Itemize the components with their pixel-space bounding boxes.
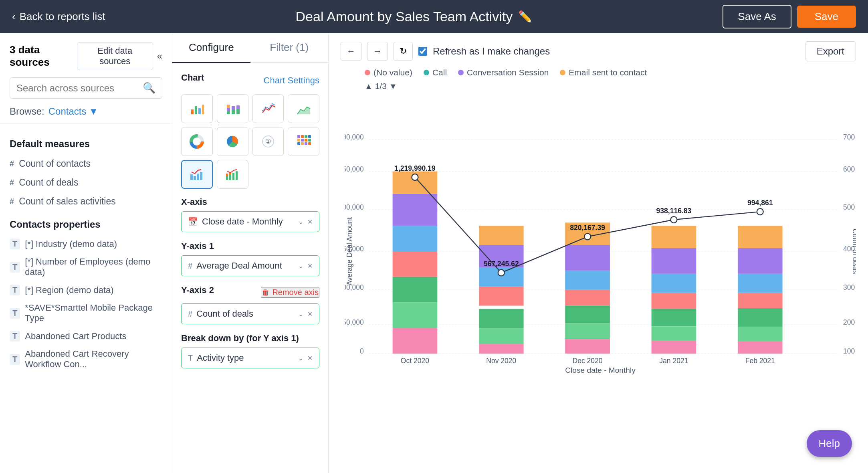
legend-dot-conversation (458, 70, 464, 75)
breakdown-clear-icon[interactable]: ✕ (307, 354, 313, 362)
yaxis1-actions: ⌄ ✕ (298, 262, 313, 270)
chart-type-number[interactable]: ① (252, 127, 284, 156)
legend-label-no-value: (No value) (373, 68, 412, 77)
refresh-button[interactable]: ↻ (394, 42, 413, 61)
chart-type-donut[interactable] (181, 127, 213, 156)
svg-rect-76 (479, 328, 524, 344)
yaxis2-section: Y-axis 2 🗑 Remove axis # Count of deals … (181, 285, 319, 324)
svg-text:500: 500 (843, 203, 855, 211)
svg-rect-83 (565, 323, 610, 339)
yaxis1-chevron-icon[interactable]: ⌄ (298, 262, 303, 270)
svg-rect-87 (652, 248, 696, 274)
default-measures-title: Default measures (10, 138, 162, 150)
svg-rect-7 (232, 109, 235, 114)
chart-type-combo[interactable] (181, 160, 213, 189)
xaxis-chevron-icon[interactable]: ⌄ (298, 218, 303, 226)
refresh-checkbox[interactable] (418, 47, 427, 56)
export-button[interactable]: Export (805, 41, 856, 61)
svg-rect-66 (393, 194, 438, 226)
yaxis2-chevron-icon[interactable]: ⌄ (298, 310, 303, 318)
prop-item-abandoned[interactable]: T Abandoned Cart Products (10, 327, 162, 345)
svg-rect-40 (236, 171, 238, 180)
browse-label: Browse: (10, 106, 44, 117)
chart-type-area[interactable] (288, 94, 319, 123)
svg-rect-8 (232, 106, 235, 109)
svg-text:Feb 2021: Feb 2021 (745, 357, 775, 365)
svg-rect-9 (236, 109, 240, 114)
chart-container: 1,500,000 1,250,000 1,000,000 750,000 50… (345, 95, 856, 408)
prop-item-employees[interactable]: T [*] Number of Employees (demo data) (10, 253, 162, 281)
breakdown-chevron-icon[interactable]: ⌄ (298, 354, 303, 362)
tab-filter[interactable]: Filter (1) (250, 33, 329, 63)
help-button[interactable]: Help (807, 430, 852, 457)
sidebar-top: 3 data sources Edit data sources « (10, 42, 162, 70)
svg-text:820,167.39: 820,167.39 (570, 224, 605, 232)
nav-next-button[interactable]: ▼ (389, 82, 397, 91)
breakdown-selector[interactable]: T Activity type ⌄ ✕ (181, 348, 319, 368)
remove-axis-label: Remove axis (272, 288, 319, 297)
legend-call: Call (424, 68, 447, 77)
svg-rect-35 (226, 176, 228, 180)
search-input[interactable] (16, 83, 143, 94)
yaxis2-clear-icon[interactable]: ✕ (307, 310, 313, 318)
svg-rect-10 (236, 105, 240, 109)
chart-type-combo2[interactable] (217, 160, 248, 189)
svg-rect-23 (297, 139, 300, 141)
yaxis2-selector[interactable]: # Count of deals ⌄ ✕ (181, 303, 319, 324)
xaxis-selector[interactable]: 📅 Close date - Monthly ⌄ ✕ (181, 211, 319, 232)
chart-type-stacked-bar[interactable] (217, 94, 248, 123)
svg-rect-19 (297, 135, 300, 138)
prop-item-industry[interactable]: T [*] Industry (demo data) (10, 235, 162, 253)
yaxis2-value: Count of deals (196, 309, 294, 319)
svg-rect-93 (738, 274, 783, 293)
legend-dot-email (560, 70, 565, 75)
edit-data-sources-button[interactable]: Edit data sources (77, 42, 153, 70)
svg-text:200: 200 (843, 318, 855, 326)
main-layout: 3 data sources Edit data sources « 🔍 Bro… (0, 33, 868, 473)
svg-text:300: 300 (843, 283, 855, 291)
chart-toolbar: ← → ↻ Refresh as I make changes Export (341, 41, 856, 61)
breakdown-section: Break down by (for Y axis 1) T Activity … (181, 333, 319, 368)
yaxis1-clear-icon[interactable]: ✕ (307, 262, 313, 270)
save-as-button[interactable]: Save As (723, 5, 791, 28)
nav-prev-button[interactable]: ▲ (365, 82, 373, 91)
back-link[interactable]: ‹ Back to reports list (12, 10, 105, 23)
remove-axis-button[interactable]: 🗑 Remove axis (261, 287, 319, 298)
chart-type-line[interactable] (252, 94, 284, 123)
yaxis1-value: Average Deal Amount (196, 261, 294, 271)
collapse-sidebar-button[interactable]: « (157, 51, 162, 62)
svg-rect-26 (308, 139, 311, 141)
svg-text:Oct 2020: Oct 2020 (401, 357, 429, 365)
prop-item-smarttel[interactable]: T *SAVE*Smarttel Mobile Package Type (10, 299, 162, 327)
chart-type-pie[interactable] (217, 127, 248, 156)
prop-item-region[interactable]: T [*] Region (demo data) (10, 281, 162, 299)
header-actions: Save As Save (723, 5, 856, 28)
svg-rect-39 (232, 173, 234, 180)
configure-panel: Configure Filter (1) Chart Chart Setting… (172, 33, 329, 473)
tab-configure[interactable]: Configure (172, 33, 250, 63)
redo-button[interactable]: → (367, 42, 388, 61)
prop-label-smarttel: *SAVE*Smarttel Mobile Package Type (25, 303, 162, 323)
prop-item-abandoned-workflow[interactable]: T Abandoned Cart Recovery Workflow Con..… (10, 345, 162, 373)
xaxis-clear-icon[interactable]: ✕ (307, 218, 313, 226)
measure-item-deals[interactable]: # Count of deals (10, 173, 162, 192)
chart-svg: 1,500,000 1,250,000 1,000,000 750,000 50… (345, 95, 856, 408)
legend-dot-no-value (365, 70, 370, 75)
svg-rect-24 (301, 139, 304, 141)
measure-label-contacts: Count of contacts (19, 158, 91, 169)
measure-item-contacts[interactable]: # Count of contacts (10, 154, 162, 173)
svg-rect-2 (198, 108, 201, 114)
chart-settings-link[interactable]: Chart Settings (264, 75, 319, 86)
edit-title-icon[interactable]: ✏️ (518, 10, 532, 23)
panel-tabs: Configure Filter (1) (172, 33, 328, 63)
nav-label: 1/3 (375, 81, 387, 91)
undo-button[interactable]: ← (341, 42, 361, 61)
chart-type-bar[interactable] (181, 94, 213, 123)
chart-type-heatmap[interactable] (288, 127, 319, 156)
measure-item-sales[interactable]: # Count of sales activities (10, 192, 162, 211)
yaxis1-selector[interactable]: # Average Deal Amount ⌄ ✕ (181, 255, 319, 276)
save-button[interactable]: Save (797, 6, 856, 28)
svg-rect-64 (393, 251, 438, 277)
xaxis-section: X-axis 📅 Close date - Monthly ⌄ ✕ (181, 197, 319, 232)
browse-dropdown[interactable]: Contacts ▼ (48, 106, 98, 117)
